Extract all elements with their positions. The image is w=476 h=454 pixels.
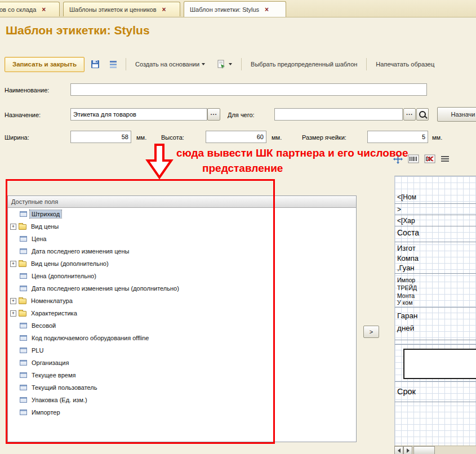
toolbar-separator: [126, 58, 126, 70]
list-item-plu[interactable]: PLU: [8, 344, 356, 357]
preview-text: Гаран: [397, 311, 418, 320]
purpose-select-button[interactable]: ...: [207, 108, 220, 121]
red-annotation-text: сюда вывести ШК партнера и его числовое …: [176, 145, 408, 176]
list-item-importer[interactable]: Импортер: [8, 406, 356, 419]
field-icon: [20, 410, 27, 415]
table-border: [395, 215, 476, 215]
cell-size-unit: мм.: [432, 134, 442, 141]
toolbar-separator: [241, 58, 242, 70]
width-label: Ширина:: [5, 134, 29, 141]
list-item-offline-equipment-code[interactable]: Код подключаемого оборудования offline: [8, 332, 356, 344]
preview-text: дней: [397, 324, 414, 332]
barcode-remove-icon[interactable]: [424, 154, 435, 163]
for-what-label: Для чего:: [228, 112, 255, 118]
preview-text: Монта: [397, 292, 415, 299]
preview-text: Компа: [397, 254, 419, 262]
tab-template-stylus[interactable]: Шаблон этикетки: Stylus ×: [184, 1, 286, 17]
table-border: [395, 344, 476, 345]
tab-label: ов со склада: [0, 6, 36, 13]
cell-size-input[interactable]: [367, 131, 428, 143]
expand-plus-icon[interactable]: +: [10, 261, 16, 267]
preview-text: ТРЕЙД: [397, 284, 417, 291]
scroll-left-button[interactable]: [394, 446, 403, 454]
list-item-price-kind-additional[interactable]: + Вид цены (дополнительно): [8, 257, 356, 270]
page-title: Шаблон этикетки: Stylus: [6, 24, 150, 37]
dropdown-caret-icon: [229, 63, 232, 65]
close-icon[interactable]: ×: [42, 6, 46, 13]
tab-templates-list[interactable]: Шаблоны этикеток и ценников ×: [63, 2, 180, 16]
expand-plus-icon[interactable]: +: [10, 224, 16, 230]
scroll-right-button[interactable]: [403, 446, 412, 454]
fields-list: Штрихкод + Вид цены Цена Дата последнего…: [8, 208, 356, 419]
purpose-label: Назначение:: [5, 112, 41, 118]
table-border: [395, 203, 476, 204]
for-what-search-button[interactable]: [416, 108, 429, 121]
scroll-right-icon: [407, 448, 410, 453]
height-input[interactable]: [206, 131, 266, 143]
close-icon[interactable]: ×: [162, 6, 166, 13]
list-item-current-time[interactable]: Текущее время: [8, 369, 356, 381]
field-icon: [20, 335, 27, 341]
scrollbar-thumb[interactable]: [413, 446, 435, 454]
print-sample-button[interactable]: Напечатать образец: [372, 57, 438, 71]
preview-hscrollbar[interactable]: [394, 446, 476, 454]
name-input[interactable]: [70, 83, 427, 96]
field-icon: [20, 348, 27, 353]
save-button[interactable]: [88, 57, 103, 72]
list-item-organization[interactable]: Организация: [8, 357, 356, 369]
preview-text: <[Ном: [397, 193, 416, 201]
list-item-characteristic[interactable]: + Характеристика: [8, 307, 356, 319]
list-item-barcode[interactable]: Штрихкод: [8, 208, 356, 220]
field-icon: [20, 211, 27, 217]
list-item-package[interactable]: Упаковка (Ед. изм.): [8, 394, 356, 406]
folder-icon: [19, 311, 26, 317]
close-icon[interactable]: ×: [265, 6, 269, 13]
toolbar: Записать и закрыть Создать на основании: [5, 56, 438, 73]
preview-text: <[Хар: [397, 217, 415, 225]
assign-button[interactable]: Назначи: [437, 107, 476, 122]
list-item-price-change-date-additional[interactable]: Дата последнего изменения цены (дополнит…: [8, 282, 356, 295]
list-item-price-additional[interactable]: Цена (дополнительно): [8, 270, 356, 282]
create-based-button[interactable]: Создать на основании: [131, 57, 209, 71]
ellipsis-icon: ...: [210, 109, 217, 116]
name-label: Наименование:: [5, 87, 49, 94]
text-lines-icon[interactable]: [441, 155, 450, 163]
preview-text: >: [397, 206, 401, 213]
list-item-current-user[interactable]: Текущий пользователь: [8, 381, 356, 394]
list-item-nomenclature[interactable]: + Номенклатура: [8, 295, 356, 307]
preview-text: Срок: [397, 387, 416, 396]
height-unit: мм.: [272, 134, 282, 141]
folder-icon: [19, 261, 26, 267]
tab-label: Шаблон этикетки: Stylus: [190, 6, 259, 13]
for-what-select-button[interactable]: ...: [403, 108, 416, 121]
choose-predefined-template-button[interactable]: Выбрать предопределенный шаблон: [247, 57, 361, 71]
list-item-price-kind[interactable]: + Вид цены: [8, 220, 356, 233]
add-field-button[interactable]: >: [363, 326, 379, 338]
label-preview-canvas[interactable]: <[Ном > <[Хар Соста Изгот Компа ,Гуан Им…: [394, 176, 476, 446]
create-document-button[interactable]: [212, 57, 236, 71]
save-close-button[interactable]: Записать и закрыть: [5, 57, 84, 72]
save-list-button[interactable]: [106, 57, 121, 72]
purpose-input[interactable]: [70, 108, 207, 121]
fields-panel-header: Доступные поля: [8, 196, 356, 208]
toolbar-separator: [366, 58, 367, 70]
table-border: [395, 340, 476, 340]
field-icon: [20, 397, 27, 403]
field-icon: [20, 273, 27, 279]
width-unit: мм.: [136, 134, 146, 141]
expand-plus-icon[interactable]: +: [10, 310, 16, 317]
scroll-left-icon: [398, 448, 401, 453]
ellipsis-icon: ...: [406, 109, 413, 116]
list-item-weighted[interactable]: Весовой: [8, 319, 356, 332]
barcode-field-icon[interactable]: [408, 154, 419, 163]
width-input[interactable]: [70, 131, 131, 143]
list-item-price-change-date[interactable]: Дата последнего изменения цены: [8, 245, 356, 257]
for-what-input[interactable]: [274, 108, 403, 121]
list-item-price[interactable]: Цена: [8, 233, 356, 245]
preview-text: У ком: [397, 299, 412, 306]
expand-plus-icon[interactable]: +: [10, 298, 16, 304]
tab-warehouse[interactable]: ов со склада ×: [0, 2, 60, 16]
red-arrow-annotation: [144, 144, 176, 180]
cell-size-label: Размер ячейки:: [302, 134, 346, 141]
list-stack-icon: [108, 59, 118, 69]
